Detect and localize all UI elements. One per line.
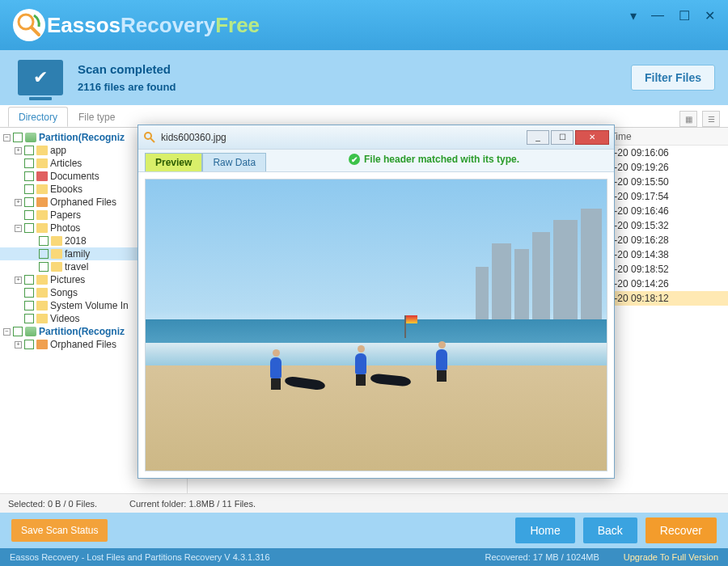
folder-icon	[36, 314, 48, 323]
checkbox[interactable]	[24, 184, 34, 194]
checkbox[interactable]	[13, 133, 23, 142]
file-modify-time: -03-20 09:18:12	[600, 293, 722, 304]
upgrade-link[interactable]: Upgrade To Full Version	[624, 552, 718, 562]
folder-icon	[36, 158, 48, 168]
sidebar-item-songs[interactable]: Songs	[50, 287, 78, 298]
filter-files-button[interactable]: Filter Files	[631, 65, 715, 91]
checkbox[interactable]	[24, 314, 34, 323]
app-logo-icon	[11, 7, 47, 43]
expand-icon[interactable]: +	[15, 199, 22, 206]
disk-icon	[25, 327, 36, 336]
expand-icon[interactable]: −	[15, 225, 22, 232]
sidebar-item-photos[interactable]: Photos	[50, 222, 80, 234]
expand-icon[interactable]: +	[15, 277, 22, 284]
tab-preview[interactable]: Preview	[145, 153, 202, 171]
checkbox[interactable]	[24, 340, 34, 349]
sidebar-item-svi[interactable]: System Volume In	[50, 300, 129, 311]
recover-button[interactable]: Recover	[645, 517, 717, 543]
expand-icon[interactable]: −	[3, 328, 11, 336]
maximize-button[interactable]: ☐	[679, 8, 690, 23]
file-modify-time: -03-20 09:16:46	[600, 205, 722, 217]
sidebar-item-2018[interactable]: 2018	[65, 235, 87, 247]
tab-raw-data[interactable]: Raw Data	[202, 153, 266, 171]
checkbox[interactable]	[24, 210, 34, 220]
brand-part3: Free	[215, 13, 260, 37]
file-modify-time: -03-20 09:14:26	[600, 278, 722, 289]
checkbox[interactable]	[24, 288, 34, 298]
expand-icon[interactable]: +	[15, 147, 22, 154]
folder-icon	[36, 275, 48, 285]
sidebar-item-orphaned[interactable]: Orphaned Files	[50, 196, 116, 208]
preview-filename: kids600360.jpg	[161, 132, 226, 143]
preview-close-button[interactable]: ✕	[575, 130, 609, 145]
footer-recovered: Recovered: 17 MB / 1024MB	[485, 552, 599, 562]
sidebar-item-papers[interactable]: Papers	[50, 209, 81, 221]
brand-part2: Recovery	[121, 13, 215, 37]
file-modify-time: -03-20 09:15:50	[600, 176, 722, 188]
sidebar-item-travel[interactable]: travel	[65, 261, 88, 272]
checkbox[interactable]	[24, 171, 34, 181]
tab-directory[interactable]: Directory	[8, 107, 68, 127]
file-modify-time: -03-20 09:16:28	[600, 234, 722, 246]
brand-part1: Eassos	[47, 13, 121, 37]
title-bar: EassosRecoveryFree ▾ — ☐ ✕	[0, 0, 728, 50]
checkbox[interactable]	[24, 146, 34, 155]
checkbox[interactable]	[13, 327, 23, 336]
view-thumbnails-button[interactable]: ▦	[679, 111, 697, 127]
sidebar-item-ebooks[interactable]: Ebooks	[50, 184, 83, 195]
dropdown-icon[interactable]: ▾	[630, 8, 637, 23]
minimize-button[interactable]: —	[651, 8, 664, 23]
folder-icon	[51, 249, 62, 259]
sidebar-item-pictures[interactable]: Pictures	[50, 274, 85, 285]
preview-maximize-button[interactable]: ☐	[551, 130, 574, 145]
checkbox[interactable]	[39, 249, 49, 259]
scan-status-title: Scan completed	[78, 62, 176, 76]
sidebar-item-app[interactable]: app	[50, 145, 66, 156]
column-modify-time[interactable]: fy Time	[600, 131, 722, 142]
preview-window: kids600360.jpg _ ☐ ✕ Preview Raw Data ✔ …	[138, 125, 615, 479]
scan-file-count: 2116 files are found	[78, 81, 176, 93]
sidebar-item-videos[interactable]: Videos	[50, 313, 79, 324]
expand-icon[interactable]: −	[3, 134, 11, 142]
disk-icon	[25, 133, 36, 142]
checkbox[interactable]	[24, 275, 34, 285]
window-controls: ▾ — ☐ ✕	[630, 8, 715, 23]
expand-icon[interactable]: +	[15, 341, 22, 348]
sidebar-item-articles[interactable]: Articles	[50, 158, 82, 169]
magnifier-icon	[143, 131, 156, 144]
question-folder-icon	[36, 340, 48, 349]
checkbox[interactable]	[24, 301, 34, 310]
sidebar-item-family[interactable]: family	[65, 248, 90, 260]
svg-point-3	[145, 133, 151, 139]
folder-icon	[36, 288, 48, 298]
checkbox[interactable]	[24, 223, 34, 233]
checkbox[interactable]	[39, 262, 49, 272]
sidebar-item-partition2[interactable]: Partition(Recogniz	[39, 326, 125, 337]
preview-image	[145, 179, 607, 471]
sidebar-item-orphaned2[interactable]: Orphaned Files	[50, 339, 116, 350]
svg-point-0	[13, 9, 45, 41]
sidebar-item-partition1[interactable]: Partition(Recogniz	[39, 132, 125, 143]
sidebar-item-documents[interactable]: Documents	[50, 171, 99, 182]
footer-bar: Eassos Recovery - Lost Files and Partiti…	[0, 548, 728, 566]
save-scan-status-button[interactable]: Save Scan Status	[11, 519, 108, 542]
preview-minimize-button[interactable]: _	[527, 130, 549, 145]
checkbox[interactable]	[24, 197, 34, 207]
home-button[interactable]: Home	[515, 517, 574, 543]
header-match-text: File header matched with its type.	[364, 154, 519, 165]
action-bar: Save Scan Status Home Back Recover	[0, 513, 728, 548]
scan-status-panel: ✔ Scan completed 2116 files are found Fi…	[0, 50, 728, 105]
svg-line-4	[150, 138, 154, 142]
trash-icon	[36, 171, 48, 181]
preview-title-bar[interactable]: kids600360.jpg _ ☐ ✕	[138, 125, 614, 150]
selection-info-strip: Selected: 0 B / 0 Files. Current folder:…	[0, 493, 728, 513]
view-list-button[interactable]: ☰	[702, 111, 720, 127]
close-button[interactable]: ✕	[705, 8, 715, 23]
tab-file-type[interactable]: File type	[68, 107, 125, 127]
checkbox[interactable]	[24, 158, 34, 168]
checkbox[interactable]	[39, 236, 49, 246]
selected-info: Selected: 0 B / 0 Files.	[8, 499, 97, 509]
back-button[interactable]: Back	[583, 517, 637, 543]
folder-icon	[36, 223, 48, 233]
folder-icon	[36, 184, 48, 194]
